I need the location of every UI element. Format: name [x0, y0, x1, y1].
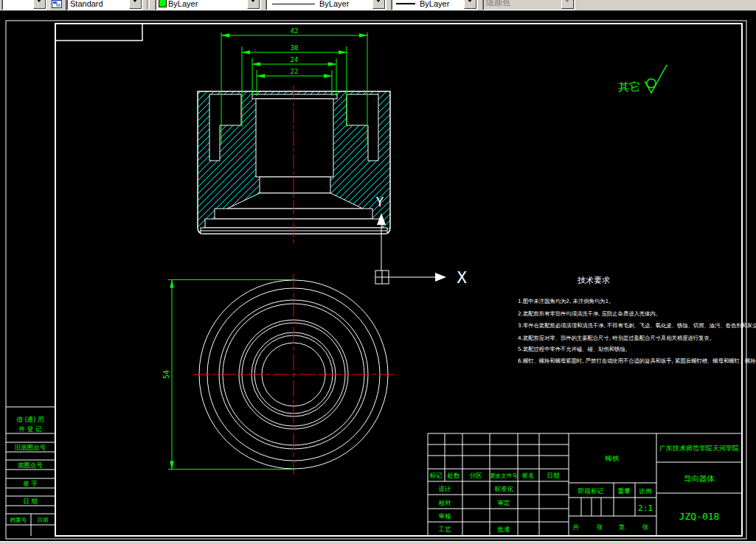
style-manager-button[interactable]	[49, 0, 66, 11]
circular-view: 54	[162, 274, 394, 475]
technical-requirements: 技术要求 1.图中未注圆角均为2, 未注倒角均为1。 2.装配前所有零部件均须清…	[518, 276, 756, 364]
tb-stage-label: 阶段标记	[578, 487, 604, 495]
tb-header: 签名	[522, 472, 535, 479]
bore-neck	[260, 177, 330, 193]
tb-sign-row: 工艺	[438, 526, 452, 533]
tb-weight-label: 重量	[618, 487, 631, 495]
circle-centerlines	[193, 274, 394, 475]
side-block-label: 档案号	[10, 517, 27, 523]
tech-item: 2.装配前所有零部件均须清洗干净, 应防止杂质进入壳体内。	[518, 310, 661, 317]
chevron-down-icon	[561, 0, 574, 9]
tb-scale-label: 比例	[639, 487, 652, 495]
tb-sign-row: 审核	[439, 512, 452, 520]
title-block: 标记 处数 分区 更改文件号 签名 日期 设计 校对 审核 工艺 标准化 审定 …	[428, 433, 742, 536]
surface-note-label: 其它	[618, 80, 640, 94]
side-block-label: 底图总号	[18, 461, 44, 469]
table-style-icon	[52, 0, 62, 8]
color-value: ByLayer	[168, 0, 198, 8]
tb-sheet: 第	[619, 523, 625, 531]
color-swatch-icon	[159, 0, 167, 7]
tb-drawing-number: JZQ-018	[679, 511, 720, 522]
tb-header: 更改文件号	[490, 472, 518, 479]
side-block-label: 借 (通) 用	[16, 416, 44, 423]
toolbar-separator	[147, 0, 150, 9]
side-block-label: 旧底图总号	[15, 444, 46, 451]
tb-header: 处数	[448, 472, 461, 479]
linetype-sample-icon	[272, 4, 315, 4]
tech-title: 技术要求	[578, 276, 610, 285]
tb-sign-row: 设计	[439, 485, 452, 492]
workspace-combo[interactable]	[1, 0, 47, 10]
dim-30: 30	[291, 44, 299, 52]
chevron-down-icon[interactable]	[372, 0, 385, 9]
tech-item: 4.装配前应对零、部件的主要配合尺寸, 特别是过盈配合尺寸及相关精度进行复查。	[518, 335, 715, 341]
tech-item: 3.零件在装配前必须清理和清洗干净, 不得有毛刺、飞边、氧化皮、锈蚀、切屑、油污…	[518, 322, 756, 329]
status-strip	[0, 541, 756, 544]
side-block-label: 件 登 记	[19, 425, 42, 433]
tb-sheet: 共	[572, 523, 580, 531]
cad-application-window: { "toolbar": { "style_combo": { "value":…	[0, 0, 756, 544]
tb-approve-row: 标准化	[494, 485, 513, 492]
linetype-value: ByLayer	[319, 0, 349, 8]
tb-header: 标记	[430, 472, 443, 479]
lineweight-value: ByLayer	[420, 0, 449, 8]
ucs-x-label: X	[457, 268, 467, 287]
tb-sheet: 张	[642, 523, 649, 531]
tb-sheet: 张	[597, 523, 603, 531]
tb-header: 日期	[547, 472, 560, 479]
text-style-value: Standard	[70, 0, 103, 8]
side-title-block: 借 (通) 用 件 登 记 旧底图总号 底图总号 签 字 日 期 档案号 日期	[6, 407, 55, 536]
side-block-label: 签 字	[23, 480, 38, 487]
dim-42: 42	[291, 27, 299, 35]
lineweight-combo[interactable]: ByLayer	[391, 0, 478, 10]
dim-24: 24	[291, 56, 299, 63]
tech-item: 1.图中未注圆角均为2, 未注倒角均为1。	[518, 298, 614, 304]
side-block-label: 日期	[38, 517, 49, 523]
ucs-y-label: Y	[376, 194, 384, 209]
tb-part-name: 导向器体	[684, 474, 715, 483]
side-block-label: 日 期	[23, 498, 38, 505]
plotstyle-value: 随颜色	[486, 0, 510, 8]
chevron-down-icon[interactable]	[129, 0, 142, 9]
bore	[256, 99, 333, 177]
tb-approve-row: 批准	[497, 526, 511, 533]
chevron-down-icon[interactable]	[247, 0, 260, 9]
drawing-canvas[interactable]: 借 (通) 用 件 登 记 旧底图总号 底图总号 签 字 日 期 档案号 日期	[0, 10, 756, 541]
text-style-combo[interactable]: Standard	[66, 0, 143, 10]
roughness-symbol-icon	[645, 65, 667, 93]
top-toolbar: Standard ByLayer ByLayer ByLayer 随颜色	[0, 0, 756, 11]
surface-roughness-note: 其它	[618, 65, 667, 94]
tb-scale-value: 2:1	[638, 503, 653, 513]
section-view	[198, 86, 390, 245]
dim-22: 22	[291, 68, 299, 75]
ucs-x-arrow	[435, 273, 446, 282]
chevron-down-icon[interactable]	[464, 0, 476, 9]
plotstyle-combo: 随颜色	[482, 0, 575, 10]
tech-item: 6.螺钉、螺栓和螺母紧固时, 严禁打击或使用不合适的旋具和扳手, 紧固后螺钉槽、…	[518, 358, 756, 364]
color-combo[interactable]: ByLayer	[155, 0, 261, 10]
lineweight-sample-icon	[396, 3, 415, 4]
dim-54: 54	[162, 370, 170, 379]
tb-header: 分区	[470, 472, 482, 479]
tb-material: 铸铁	[605, 454, 620, 462]
chevron-down-icon[interactable]	[33, 0, 46, 9]
linetype-combo[interactable]: ByLayer	[266, 0, 386, 10]
bore-chamfer	[252, 94, 337, 99]
tb-school: 广东技术师范学院天河学院	[659, 444, 739, 452]
tech-item: 5.装配过程中零件不允许磕、碰、划伤和锈蚀。	[518, 346, 631, 352]
tb-sign-row: 校对	[439, 499, 452, 506]
tb-approve-row: 审定	[498, 499, 510, 506]
